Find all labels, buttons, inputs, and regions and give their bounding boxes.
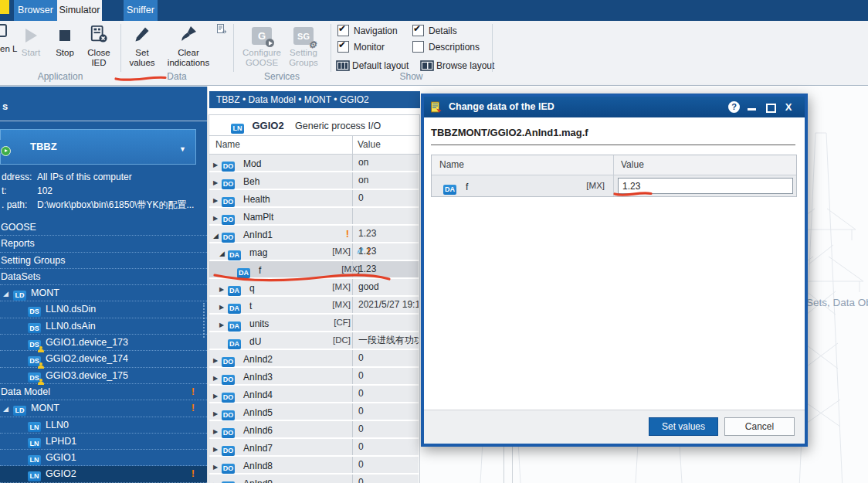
tab-sniffer[interactable]: Sniffer <box>124 0 158 21</box>
sidebar-item-reports[interactable]: Reports <box>0 236 207 252</box>
do-badge: DO <box>222 410 235 420</box>
start-button[interactable]: Start <box>14 24 48 58</box>
ds-badge: DS <box>28 307 41 317</box>
minimize-icon <box>748 108 756 111</box>
table-row[interactable]: ▶DOAnInd2 0 <box>209 350 419 366</box>
sidebar-item-ld-mont-datamodel[interactable]: ◢LDMONT! <box>0 400 207 417</box>
column-value: Value <box>621 155 644 175</box>
help-button[interactable]: ? <box>728 101 740 113</box>
gear-icon: ⚙ <box>308 40 317 49</box>
table-row[interactable]: ▶DOAnInd4 0 <box>209 386 419 402</box>
sidebar-item-dataset[interactable]: DSGGIO1.device_173 <box>0 335 207 351</box>
expand-arrow[interactable]: ▶ <box>213 157 222 173</box>
sidebar-item-setting-groups[interactable]: Setting Groups <box>0 253 207 269</box>
cancel-button[interactable]: Cancel <box>724 417 795 436</box>
do-badge: DO <box>222 197 235 207</box>
expand-arrow[interactable]: ▶ <box>219 317 228 333</box>
set-values-dialog-button[interactable]: Set values <box>649 417 718 436</box>
ds-badge: DS <box>28 372 41 383</box>
export-document-icon[interactable] <box>215 23 228 39</box>
da-badge: DA <box>228 304 241 314</box>
table-row[interactable]: ▶DOAnInd3 0 <box>209 368 419 384</box>
expand-arrow[interactable]: ▶ <box>213 406 222 422</box>
sidebar-item-ln-lln0[interactable]: LNLLN0 <box>0 417 207 434</box>
table-row-f-selected[interactable]: ▶DAf[MX]✎ 1.23 <box>209 261 419 277</box>
expand-arrow[interactable]: ◢ <box>3 401 13 417</box>
sidebar-item-ln-lphd1[interactable]: LNLPHD1 <box>0 434 207 450</box>
table-row[interactable]: ▶DOMod on <box>209 155 419 171</box>
brush-icon <box>164 24 213 46</box>
table-row[interactable]: ▶DOBeh on <box>209 172 419 189</box>
table-row[interactable]: ▶DAunits[CF] <box>209 315 419 331</box>
expand-arrow[interactable]: ▶ <box>213 423 222 440</box>
expand-arrow[interactable]: ▶ <box>213 210 222 226</box>
configure-goose-button[interactable]: G Configure GOOSE <box>239 24 284 68</box>
stop-button[interactable]: Stop <box>48 24 82 58</box>
navigation-tree: GOOSE Reports Setting Groups DataSets ◢L… <box>0 219 207 483</box>
pencil-icon <box>122 24 162 46</box>
do-badge: DO <box>222 233 235 243</box>
expand-arrow[interactable]: ◢ <box>3 286 13 301</box>
ied-selector[interactable]: TBBZ ▼ <box>0 129 196 165</box>
dialog-table-row-f[interactable]: DAf [MX] <box>432 175 796 196</box>
app-icon[interactable] <box>0 0 9 14</box>
table-row[interactable]: ▶DOAnInd9 0 <box>209 474 419 483</box>
expand-arrow[interactable]: ▶ <box>213 352 222 369</box>
maximize-button[interactable] <box>765 101 777 114</box>
sidebar-item-dataset[interactable]: DSLLN0.dsDin <box>0 301 207 318</box>
close-ied-button[interactable]: Close IED <box>80 24 117 68</box>
expand-arrow[interactable]: ▶ <box>219 299 228 315</box>
sidebar-item-ln-ggio1[interactable]: LNGGIO1 <box>0 450 207 466</box>
checkbox-descriptions[interactable]: Descriptions <box>412 41 480 53</box>
panel-edge-line <box>512 447 513 483</box>
expand-arrow[interactable]: ▶ <box>213 477 222 483</box>
sidebar-item-dataset[interactable]: DSGGIO2.device_174 <box>0 351 207 367</box>
splitter-dots[interactable] <box>203 303 205 338</box>
tab-browser[interactable]: Browser <box>14 0 57 21</box>
sidebar-item-ld-mont[interactable]: ◢LDMONT <box>0 285 207 301</box>
checkbox-monitor[interactable]: ✔Monitor <box>337 41 385 53</box>
table-row[interactable]: ▶DOAnInd5 0 <box>209 403 419 420</box>
table-row[interactable]: ▶DONamPlt <box>209 208 419 224</box>
clear-indications-button[interactable]: Clear indications <box>164 24 213 68</box>
sidebar-item-dataset[interactable]: DSGGIO3.device_175 <box>0 368 207 384</box>
expand-arrow[interactable]: ▶ <box>213 175 222 191</box>
close-button[interactable]: X <box>782 101 795 114</box>
table-row[interactable]: ▶DAq[MX] good <box>209 279 419 295</box>
expand-arrow[interactable]: ▶ <box>213 192 222 209</box>
sidebar-item-datasets[interactable]: DataSets <box>0 269 207 285</box>
collapse-arrow[interactable]: ◢ <box>219 246 228 262</box>
dialog-title: Change data of the IED <box>449 97 554 117</box>
collapse-arrow[interactable]: ◢ <box>213 228 222 244</box>
setting-groups-button[interactable]: SG⚙ Setting Groups <box>283 24 324 68</box>
table-row[interactable]: ▶DAt[MX] 2021/5/27 19:1 <box>209 297 419 313</box>
sidebar-item-goose[interactable]: GOOSE <box>0 219 207 236</box>
ln-badge: LN <box>231 124 244 134</box>
expand-arrow[interactable]: ▶ <box>213 370 222 386</box>
minimize-button[interactable] <box>746 101 758 114</box>
checkbox-details[interactable]: ✔Details <box>412 25 457 37</box>
expand-arrow[interactable]: ▶ <box>213 459 222 475</box>
divider <box>0 121 207 121</box>
table-row[interactable]: ▶DOAnInd6 0 <box>209 421 419 437</box>
table-row-anind1[interactable]: ◢DOAnInd1! 1.23 <box>209 226 419 242</box>
expand-arrow[interactable]: ▶ <box>219 281 228 298</box>
table-row[interactable]: ▶DAdU[DC] 一段进线有功功 <box>209 332 419 349</box>
table-row-mag[interactable]: ◢DAmag[MX]✎! 1.23 <box>209 243 419 260</box>
sidebar-item-ln-ggio2[interactable]: LNGGIO2! <box>0 466 207 482</box>
value-input[interactable] <box>618 178 793 194</box>
table-row[interactable]: ▶DOAnInd7 0 <box>209 439 419 455</box>
tab-simulator[interactable]: Simulator <box>57 0 102 21</box>
expand-arrow[interactable]: ▶ <box>213 441 222 457</box>
dialog-title-bar[interactable]: Change data of the IED ? X <box>424 97 805 117</box>
sidebar-item-data-model[interactable]: Data Model! <box>0 384 207 400</box>
checkbox-navigation[interactable]: ✔Navigation <box>337 25 398 37</box>
sidebar-item-dataset[interactable]: DSLLN0.dsAin <box>0 318 207 335</box>
table-row[interactable]: ▶DOHealth 0 <box>209 190 419 206</box>
set-values-button[interactable]: Set values <box>122 24 162 68</box>
panel-edge-line <box>504 447 504 483</box>
table-row[interactable]: ▶DOAnInd8 0 <box>209 457 419 473</box>
expand-arrow[interactable]: ▶ <box>213 388 222 404</box>
change-data-dialog: Change data of the IED ? X TBBZMONT/GGIO… <box>421 94 808 447</box>
table-body: ▶DOMod on ▶DOBeh on ▶DOHealth 0 ▶DONamPl… <box>209 155 419 483</box>
